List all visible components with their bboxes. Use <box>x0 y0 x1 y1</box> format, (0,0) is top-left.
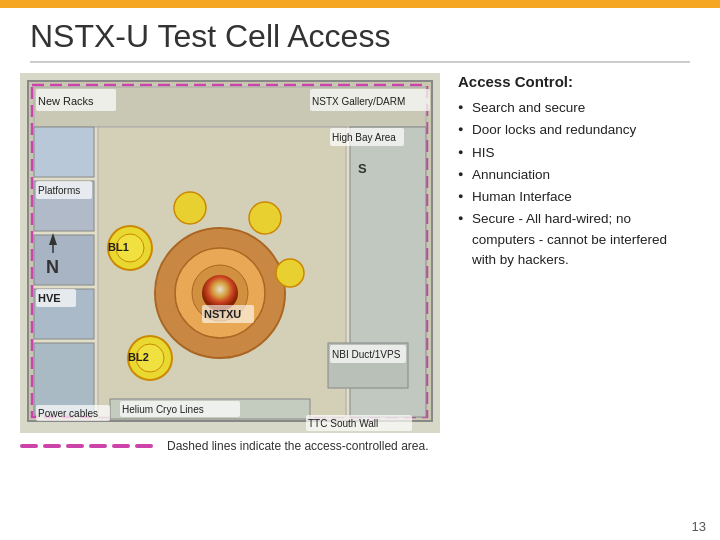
svg-text:New Racks: New Racks <box>38 95 94 107</box>
title-divider <box>30 61 690 63</box>
bullet-list: Search and secureDoor locks and redundan… <box>458 98 692 270</box>
dash-seg-6 <box>135 444 153 448</box>
svg-text:NSTX Gallery/DARM: NSTX Gallery/DARM <box>312 96 405 107</box>
svg-text:Helium Cryo Lines: Helium Cryo Lines <box>122 404 204 415</box>
top-bar <box>0 0 720 8</box>
svg-text:Platforms: Platforms <box>38 185 80 196</box>
svg-point-22 <box>276 259 304 287</box>
svg-text:HVE: HVE <box>38 292 61 304</box>
dash-seg-5 <box>112 444 130 448</box>
dash-seg-4 <box>89 444 107 448</box>
main-content: N New Racks NSTX Gallery/DARM BL1 BL2 Pl… <box>0 73 720 433</box>
floorplan-area: N New Racks NSTX Gallery/DARM BL1 BL2 Pl… <box>20 73 440 433</box>
bullet-item: Secure - All hard-wired; no computers - … <box>458 209 692 270</box>
dash-seg-3 <box>66 444 84 448</box>
svg-text:NBI Duct/1VPS: NBI Duct/1VPS <box>332 349 401 360</box>
svg-text:High Bay Area: High Bay Area <box>332 132 396 143</box>
bullet-item: Search and secure <box>458 98 692 118</box>
svg-rect-7 <box>34 235 94 285</box>
dashed-legend <box>20 444 153 448</box>
svg-point-20 <box>174 192 206 224</box>
svg-rect-9 <box>34 343 94 415</box>
svg-text:Power cables: Power cables <box>38 408 98 419</box>
dash-seg-2 <box>43 444 61 448</box>
bullet-item: Annunciation <box>458 165 692 185</box>
floorplan-svg: N New Racks NSTX Gallery/DARM BL1 BL2 Pl… <box>20 73 440 433</box>
svg-text:NSTXU: NSTXU <box>204 308 241 320</box>
page-number: 13 <box>692 519 706 534</box>
caption-area: Dashed lines indicate the access-control… <box>0 433 720 457</box>
svg-text:S: S <box>358 161 367 176</box>
dash-seg-1 <box>20 444 38 448</box>
bullet-item: Human Interface <box>458 187 692 207</box>
svg-text:BL1: BL1 <box>108 241 129 253</box>
floorplan-container: N New Racks NSTX Gallery/DARM BL1 BL2 Pl… <box>20 73 440 433</box>
caption-text: Dashed lines indicate the access-control… <box>167 439 428 453</box>
access-control-panel: Access Control: Search and secureDoor lo… <box>450 73 700 433</box>
access-control-heading: Access Control: <box>458 73 692 90</box>
svg-text:TTC South Wall: TTC South Wall <box>308 418 378 429</box>
bullet-item: Door locks and redundancy <box>458 120 692 140</box>
svg-point-21 <box>249 202 281 234</box>
page-title: NSTX-U Test Cell Access <box>0 8 720 61</box>
svg-rect-5 <box>34 127 94 177</box>
svg-text:BL2: BL2 <box>128 351 149 363</box>
svg-text:N: N <box>46 257 59 277</box>
bullet-item: HIS <box>458 143 692 163</box>
